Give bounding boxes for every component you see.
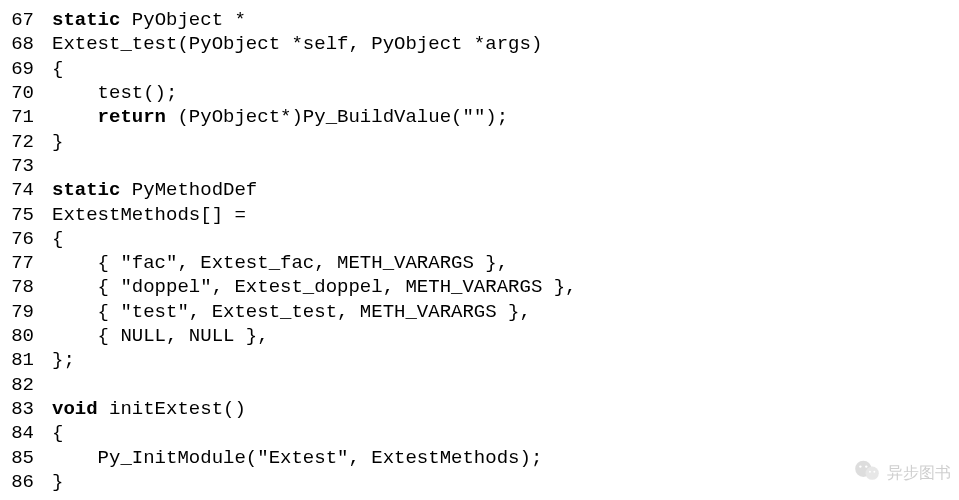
code-content: void initExtest() (52, 397, 959, 421)
code-content: }; (52, 348, 959, 372)
svg-point-5 (873, 470, 875, 472)
line-number: 70 (0, 81, 52, 105)
code-line: 86} (0, 470, 959, 494)
code-content: { (52, 421, 959, 445)
line-number: 68 (0, 32, 52, 56)
line-number: 71 (0, 105, 52, 129)
line-number: 72 (0, 130, 52, 154)
code-content: Py_InitModule("Extest", ExtestMethods); (52, 446, 959, 470)
wechat-icon (853, 457, 881, 490)
line-number: 73 (0, 154, 52, 178)
code-line: 85 Py_InitModule("Extest", ExtestMethods… (0, 446, 959, 470)
code-line: 71 return (PyObject*)Py_BuildValue(""); (0, 105, 959, 129)
code-content: Extest_test(PyObject *self, PyObject *ar… (52, 32, 959, 56)
code-line: 69{ (0, 57, 959, 81)
line-number: 74 (0, 178, 52, 202)
line-number: 85 (0, 446, 52, 470)
svg-point-2 (859, 465, 861, 467)
code-content: { (52, 57, 959, 81)
keyword: return (98, 106, 166, 128)
code-content: } (52, 130, 959, 154)
line-number: 75 (0, 203, 52, 227)
code-text: { (52, 422, 63, 444)
code-text: { "doppel", Extest_doppel, METH_VARARGS … (52, 276, 577, 298)
line-number: 84 (0, 421, 52, 445)
code-line: 73 (0, 154, 959, 178)
code-content: { NULL, NULL }, (52, 324, 959, 348)
keyword: void (52, 398, 98, 420)
code-content: return (PyObject*)Py_BuildValue(""); (52, 105, 959, 129)
code-line: 77 { "fac", Extest_fac, METH_VARARGS }, (0, 251, 959, 275)
code-line: 83void initExtest() (0, 397, 959, 421)
code-content: static PyObject * (52, 8, 959, 32)
code-line: 79 { "test", Extest_test, METH_VARARGS }… (0, 300, 959, 324)
code-content: ExtestMethods[] = (52, 203, 959, 227)
code-content: } (52, 470, 959, 494)
watermark-text: 异步图书 (887, 463, 951, 483)
code-line: 68Extest_test(PyObject *self, PyObject *… (0, 32, 959, 56)
svg-point-4 (869, 470, 871, 472)
code-text: PyMethodDef (120, 179, 257, 201)
keyword: static (52, 179, 120, 201)
code-text: { (52, 58, 63, 80)
code-text: (PyObject*)Py_BuildValue(""); (166, 106, 508, 128)
code-text: { NULL, NULL }, (52, 325, 269, 347)
line-number: 81 (0, 348, 52, 372)
line-number: 80 (0, 324, 52, 348)
code-content: test(); (52, 81, 959, 105)
code-text: PyObject * (120, 9, 245, 31)
line-number: 76 (0, 227, 52, 251)
code-text: ExtestMethods[] = (52, 204, 246, 226)
line-number: 79 (0, 300, 52, 324)
code-line: 76{ (0, 227, 959, 251)
line-number: 67 (0, 8, 52, 32)
code-text: } (52, 471, 63, 493)
code-line: 70 test(); (0, 81, 959, 105)
code-line: 67static PyObject * (0, 8, 959, 32)
code-text: } (52, 131, 63, 153)
svg-point-3 (865, 465, 867, 467)
code-text: test(); (52, 82, 177, 104)
code-text: { "test", Extest_test, METH_VARARGS }, (52, 301, 531, 323)
svg-point-1 (866, 466, 879, 479)
code-content: static PyMethodDef (52, 178, 959, 202)
code-line: 72} (0, 130, 959, 154)
code-text: Extest_test(PyObject *self, PyObject *ar… (52, 33, 542, 55)
line-number: 83 (0, 397, 52, 421)
code-line: 82 (0, 373, 959, 397)
code-text (52, 106, 98, 128)
code-content (52, 154, 959, 178)
code-text: { (52, 228, 63, 250)
code-line: 80 { NULL, NULL }, (0, 324, 959, 348)
code-text: }; (52, 349, 75, 371)
code-content: { "test", Extest_test, METH_VARARGS }, (52, 300, 959, 324)
line-number: 77 (0, 251, 52, 275)
code-line: 74static PyMethodDef (0, 178, 959, 202)
line-number: 69 (0, 57, 52, 81)
code-line: 78 { "doppel", Extest_doppel, METH_VARAR… (0, 275, 959, 299)
code-content (52, 373, 959, 397)
line-number: 86 (0, 470, 52, 494)
code-text: Py_InitModule("Extest", ExtestMethods); (52, 447, 542, 469)
code-content: { (52, 227, 959, 251)
code-line: 75ExtestMethods[] = (0, 203, 959, 227)
code-text: { "fac", Extest_fac, METH_VARARGS }, (52, 252, 508, 274)
line-number: 78 (0, 275, 52, 299)
code-listing: 67static PyObject *68Extest_test(PyObjec… (0, 8, 959, 494)
code-line: 81}; (0, 348, 959, 372)
code-content: { "fac", Extest_fac, METH_VARARGS }, (52, 251, 959, 275)
line-number: 82 (0, 373, 52, 397)
watermark: 异步图书 (853, 457, 951, 490)
code-content: { "doppel", Extest_doppel, METH_VARARGS … (52, 275, 959, 299)
code-text: initExtest() (98, 398, 246, 420)
keyword: static (52, 9, 120, 31)
code-line: 84{ (0, 421, 959, 445)
